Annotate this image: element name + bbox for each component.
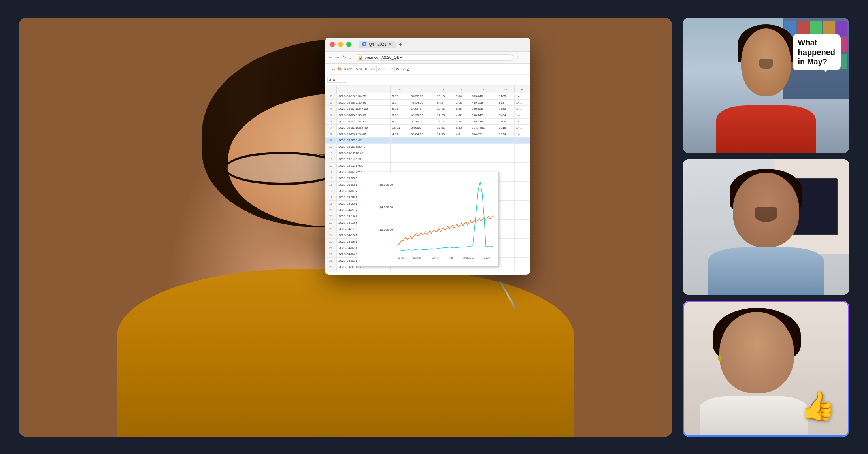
table-cell[interactable]: 4.01 [391, 131, 409, 137]
table-cell[interactable] [497, 137, 515, 143]
table-cell[interactable]: 968.525 [470, 105, 497, 112]
table-cell[interactable] [497, 194, 515, 200]
print-icon[interactable]: 🖨 [332, 67, 336, 71]
google-tab[interactable]: G Q4 - 2021 ✕ [359, 41, 396, 48]
table-row[interactable]: 32020-06-08 6:35:365.1449:54:009:426.187… [325, 99, 530, 105]
col-header-d[interactable]: D [435, 86, 454, 93]
table-cell[interactable] [454, 143, 470, 150]
col-header-c[interactable]: C [409, 86, 435, 93]
percent-icon[interactable]: % [359, 67, 362, 71]
table-cell[interactable] [470, 162, 497, 169]
table-cell[interactable] [497, 150, 515, 156]
table-cell[interactable] [435, 270, 454, 272]
col-header-f[interactable]: F [470, 86, 497, 93]
table-cell[interactable] [514, 213, 530, 219]
table-cell[interactable]: 14... [514, 105, 530, 112]
menu-icon[interactable]: ≡ [327, 66, 330, 72]
decimal-icon-2[interactable]: 123 [369, 67, 375, 71]
table-cell[interactable] [470, 156, 497, 162]
back-icon[interactable]: ← [328, 55, 333, 60]
table-cell[interactable]: 2020-06-05 6:55:29 [337, 112, 391, 118]
table-cell[interactable] [454, 156, 470, 162]
table-cell[interactable]: 15.01 [391, 124, 409, 131]
table-cell[interactable] [497, 200, 515, 207]
table-cell[interactable]: 5.35 [391, 93, 409, 99]
table-row[interactable]: 52020-06-05 6:55:293.9849:28:0012:264.82… [325, 112, 530, 118]
table-cell[interactable] [435, 137, 454, 143]
table-row[interactable]: 132020-05-11 17:32 [325, 162, 530, 169]
table-cell[interactable] [497, 181, 515, 188]
font-name[interactable]: Arial [378, 67, 385, 71]
table-cell[interactable] [497, 238, 515, 245]
table-cell[interactable]: 14... [514, 118, 530, 124]
table-cell[interactable]: 1653 [497, 105, 515, 112]
table-cell[interactable]: 3.98 [391, 112, 409, 118]
table-cell[interactable]: 2020-06-08 6:35:36 [337, 99, 391, 105]
table-cell[interactable] [454, 270, 470, 272]
table-cell[interactable] [497, 207, 515, 213]
table-cell[interactable]: 2020-03-28 11:09 [337, 270, 391, 272]
table-cell[interactable] [409, 270, 435, 272]
table-cell[interactable] [497, 219, 515, 226]
table-row[interactable]: 102020-05-21 6:20:... [325, 143, 530, 150]
table-cell[interactable]: 5.14 [391, 99, 409, 105]
table-cell[interactable]: 2143.461 [470, 124, 497, 131]
table-cell[interactable] [514, 143, 530, 150]
table-cell[interactable]: 5.84 [454, 93, 470, 99]
menu-icon[interactable]: ⋮ [523, 55, 527, 60]
table-cell[interactable] [435, 150, 454, 156]
table-cell[interactable] [435, 143, 454, 150]
table-cell[interactable] [409, 143, 435, 150]
table-cell[interactable] [497, 175, 515, 181]
table-row[interactable]: 122020-05-14 6:23 [325, 156, 530, 162]
table-cell[interactable]: 2020-06-02 5:47:17 [337, 118, 391, 124]
table-cell[interactable] [514, 188, 530, 194]
table-row[interactable]: 42020-06-07 12:44:286.711:08:4610:155.85… [325, 105, 530, 112]
table-cell[interactable] [497, 270, 515, 272]
table-cell[interactable] [409, 137, 435, 143]
table-cell[interactable]: 1:08:46 [409, 105, 435, 112]
table-cell[interactable]: 4.8 [454, 131, 470, 137]
table-cell[interactable] [514, 245, 530, 251]
table-cell[interactable] [514, 137, 530, 143]
table-cell[interactable]: 2020-06-07 12:44:28 [337, 105, 391, 112]
table-cell[interactable] [454, 162, 470, 169]
cell-reference[interactable]: J18 [327, 77, 347, 83]
table-cell[interactable]: 9:42 [435, 99, 454, 105]
table-cell[interactable] [435, 156, 454, 162]
table-row[interactable]: 92020-05-27 6:42:... [325, 137, 530, 143]
table-cell[interactable] [514, 270, 530, 272]
table-cell[interactable] [497, 143, 515, 150]
table-cell[interactable] [391, 270, 409, 272]
table-cell[interactable]: 2020-05-17 10:48 [337, 150, 391, 156]
close-button[interactable] [330, 42, 335, 47]
star-icon[interactable]: ☆ [516, 55, 520, 60]
table-cell[interactable]: 1366 [497, 118, 515, 124]
table-row[interactable]: 62020-06-02 5:47:174.1254:30:0013:144.53… [325, 118, 530, 124]
table-cell[interactable] [470, 150, 497, 156]
table-cell[interactable]: 2:50:29 [409, 124, 435, 131]
bold-icon[interactable]: B [396, 67, 399, 71]
table-cell[interactable] [497, 156, 515, 162]
table-cell[interactable]: 1434 [497, 112, 515, 118]
table-cell[interactable] [409, 150, 435, 156]
table-cell[interactable]: 2020-05-27 6:42:... [337, 137, 391, 143]
minimize-button[interactable] [338, 42, 343, 47]
table-cell[interactable]: 14... [514, 112, 530, 118]
col-header-b[interactable]: B [391, 86, 409, 93]
table-cell[interactable] [514, 238, 530, 245]
table-row[interactable]: 302020-03-28 11:09 [325, 270, 530, 272]
table-cell[interactable]: 50:04:00 [409, 131, 435, 137]
col-header-g[interactable]: G [497, 86, 515, 93]
table-cell[interactable]: 13:14 [435, 118, 454, 124]
table-cell[interactable] [514, 150, 530, 156]
strikethrough-icon[interactable]: S [403, 67, 406, 71]
new-tab-icon[interactable]: + [399, 41, 402, 47]
forward-icon[interactable]: → [335, 55, 340, 60]
table-cell[interactable] [409, 162, 435, 169]
table-cell[interactable] [514, 207, 530, 213]
table-cell[interactable] [497, 169, 515, 175]
col-header-h[interactable]: H [514, 86, 530, 93]
table-cell[interactable]: 3915 [497, 124, 515, 131]
table-cell[interactable]: 993 [497, 99, 515, 105]
